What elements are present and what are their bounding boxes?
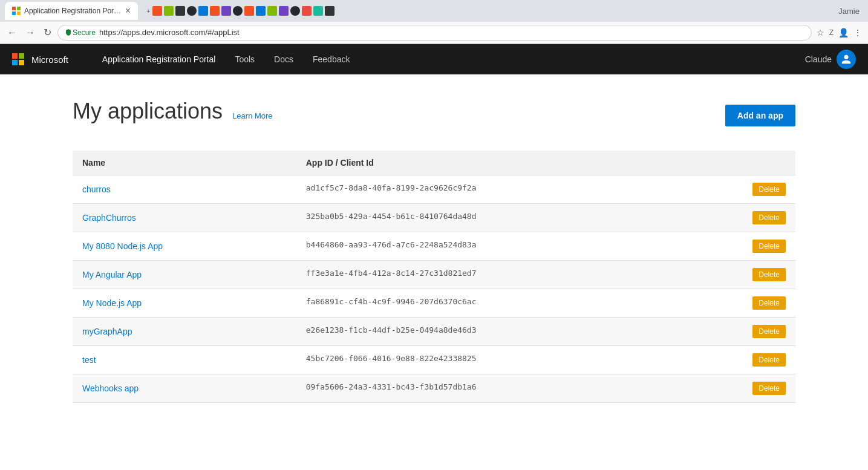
app-name-link[interactable]: My Angular App [82,270,142,279]
bookmark-button[interactable]: ☆ [815,27,826,39]
other-favicons: + [142,6,334,16]
app-name-link[interactable]: GraphChurros [82,213,136,223]
table-row: My 8080 Node.js Appb4464860-aa93-476d-a7… [73,232,795,261]
app-name-cell: GraphChurros [73,204,296,232]
user-label: Jamie [838,7,860,16]
app-id-cell: 325ba0b5-429a-4454-b61c-8410764da48dDele… [296,204,795,232]
app-header: Microsoft Application Registration Porta… [0,44,868,74]
active-tab[interactable]: Application Registration Portal × [5,2,138,20]
svg-rect-3 [17,11,21,15]
app-name-cell: My Angular App [73,261,296,289]
table-row: Webhooks app09fa5606-24a3-4331-bc43-f3b1… [73,374,795,403]
delete-button[interactable]: Delete [752,353,786,367]
svg-rect-1 [17,7,21,10]
app-id-cell: 45bc7206-f066-4016-9e88-822e42338825Dele… [296,346,795,374]
app-name-cell: Webhooks app [73,374,296,403]
app-id-value: fa86891c-cf4b-4c9f-9946-207d6370c6ac [306,297,477,306]
app-name-link[interactable]: test [82,355,96,365]
page-title-row: My applications Learn More Add an app [73,99,795,126]
microsoft-logo [12,53,24,65]
microsoft-brand: Microsoft [12,53,68,65]
secure-badge: Secure [65,28,96,37]
profile-button[interactable]: 👤 [837,27,850,39]
app-name-cell: myGraphApp [73,318,296,346]
user-name: Claude [805,54,832,64]
extensions-button[interactable]: Z [828,27,835,38]
app-id-cell: fa86891c-cf4b-4c9f-9946-207d6370c6acDele… [296,289,795,318]
app-id-cell: 09fa5606-24a3-4331-bc43-f3b1d57db1a6Dele… [296,374,795,403]
add-app-button[interactable]: Add an app [725,105,795,126]
col-appid: App ID / Client Id [296,151,795,175]
table-row: My Node.js Appfa86891c-cf4b-4c9f-9946-20… [73,289,795,318]
navigation-bar: ← → ↻ Secure https://apps.dev.microsoft.… [0,22,868,44]
tab-title: Application Registration Portal [24,7,122,15]
delete-button[interactable]: Delete [752,183,786,196]
table-row: churrosad1cf5c7-8da8-40fa-8199-2ac9626c9… [73,175,795,204]
nav-item-tools[interactable]: Tools [225,44,264,74]
app-id-cell: e26e1238-f1cb-44df-b25e-0494a8de46d3Dele… [296,318,795,346]
tab-bar: Application Registration Portal × + [0,0,868,22]
app-id-cell: ff3e3a1e-4fb4-412a-8c14-27c31d821ed7Dele… [296,261,795,289]
col-name: Name [73,151,296,175]
app-name-link[interactable]: My Node.js App [82,298,142,308]
user-area: Claude [805,50,856,69]
table-row: myGraphAppe26e1238-f1cb-44df-b25e-0494a8… [73,318,795,346]
nav-item-docs[interactable]: Docs [264,44,303,74]
refresh-button[interactable]: ↻ [41,25,54,39]
app-name-link[interactable]: myGraphApp [82,327,132,336]
learn-more-link[interactable]: Learn More [232,111,272,120]
browser-chrome: Application Registration Portal × + [0,0,868,44]
table-body: churrosad1cf5c7-8da8-40fa-8199-2ac9626c9… [73,175,795,403]
page-title: My applications [73,99,223,124]
forward-button[interactable]: → [23,26,38,39]
app-id-value: b4464860-aa93-476d-a7c6-2248a524d83a [306,240,477,249]
app-id-cell: b4464860-aa93-476d-a7c6-2248a524d83aDele… [296,232,795,261]
app-name-cell: test [73,346,296,374]
app-name-link[interactable]: churros [82,184,111,194]
delete-button[interactable]: Delete [752,211,786,224]
app-id-cell: ad1cf5c7-8da8-40fa-8199-2ac9626c9f2aDele… [296,175,795,204]
svg-rect-0 [12,7,16,10]
microsoft-name: Microsoft [31,54,68,65]
app-id-value: 325ba0b5-429a-4454-b61c-8410764da48d [306,212,477,221]
app-navigation: Application Registration Portal Tools Do… [93,44,791,74]
app-name-link[interactable]: Webhooks app [82,384,139,393]
main-content: My applications Learn More Add an app Na… [0,74,868,449]
page-title-left: My applications Learn More [73,99,273,124]
delete-button[interactable]: Delete [752,240,786,253]
table-row: GraphChurros325ba0b5-429a-4454-b61c-8410… [73,204,795,232]
tab-favicon [12,7,21,15]
table-header: Name App ID / Client Id [73,151,795,175]
app-id-value: ad1cf5c7-8da8-40fa-8199-2ac9626c9f2a [306,183,477,192]
nav-item-portal[interactable]: Application Registration Portal [93,44,226,74]
app-name-cell: My 8080 Node.js App [73,232,296,261]
window-controls: Jamie [838,7,863,16]
url-text: https://apps.dev.microsoft.com/#/appList [99,28,804,37]
delete-button[interactable]: Delete [752,325,786,338]
svg-rect-2 [12,11,16,15]
address-bar[interactable]: Secure https://apps.dev.microsoft.com/#/… [57,25,812,41]
delete-button[interactable]: Delete [752,382,786,395]
app-name-link[interactable]: My 8080 Node.js App [82,241,163,251]
header-row: Name App ID / Client Id [73,151,795,175]
nav-icons: ☆ Z 👤 ⋮ [815,27,863,39]
back-button[interactable]: ← [5,26,19,39]
applications-table: Name App ID / Client Id churrosad1cf5c7-… [73,151,795,403]
table-row: test45bc7206-f066-4016-9e88-822e42338825… [73,346,795,374]
table-row: My Angular Appff3e3a1e-4fb4-412a-8c14-27… [73,261,795,289]
app-id-value: 09fa5606-24a3-4331-bc43-f3b1d57db1a6 [306,382,477,391]
app-id-value: ff3e3a1e-4fb4-412a-8c14-27c31d821ed7 [306,269,477,278]
app-name-cell: churros [73,175,296,204]
app-name-cell: My Node.js App [73,289,296,318]
nav-item-feedback[interactable]: Feedback [303,44,359,74]
tab-close-icon[interactable]: × [125,6,131,16]
user-avatar[interactable] [837,50,856,69]
app-id-value: e26e1238-f1cb-44df-b25e-0494a8de46d3 [306,325,477,335]
menu-button[interactable]: ⋮ [852,27,863,39]
app-id-value: 45bc7206-f066-4016-9e88-822e42338825 [306,354,477,363]
delete-button[interactable]: Delete [752,268,786,281]
delete-button[interactable]: Delete [752,296,786,310]
